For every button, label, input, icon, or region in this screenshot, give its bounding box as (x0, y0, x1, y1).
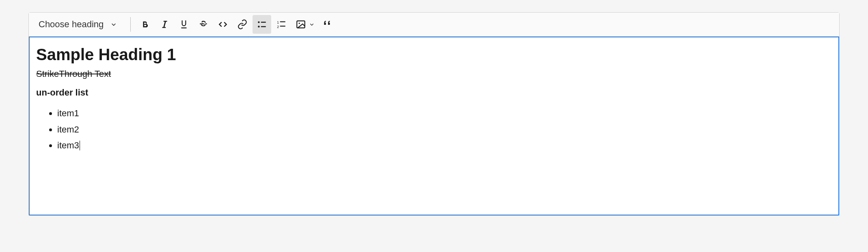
svg-rect-2 (261, 22, 266, 23)
numbered-list-button[interactable]: 1 2 (272, 15, 291, 34)
text-cursor (80, 141, 80, 150)
chevron-down-icon[interactable] (309, 22, 314, 27)
bullet-list-icon (257, 19, 267, 30)
svg-text:1: 1 (277, 20, 279, 24)
numbered-list-icon: 1 2 (276, 19, 287, 30)
heading-selector[interactable]: Choose heading (33, 16, 122, 33)
chevron-down-icon (111, 22, 117, 27)
svg-rect-3 (261, 26, 266, 27)
underline-icon (179, 19, 189, 30)
bold-paragraph: un-order list (36, 87, 832, 98)
italic-icon (159, 19, 170, 30)
svg-point-1 (258, 26, 260, 27)
editor-content-area[interactable]: Sample Heading 1 StrikeThrough Text un-o… (29, 37, 839, 215)
svg-rect-6 (280, 21, 285, 22)
image-icon (296, 19, 306, 30)
strikethrough-paragraph: StrikeThrough Text (36, 69, 832, 79)
list-item: item2 (57, 122, 832, 138)
toolbar-separator (130, 17, 131, 32)
svg-text:2: 2 (277, 25, 279, 29)
strikethrough-icon (198, 19, 209, 30)
code-icon (218, 19, 228, 30)
unordered-list: item1 item2 item3 (36, 105, 832, 154)
rich-text-editor: Choose heading (28, 12, 840, 216)
bullet-list-button[interactable] (253, 15, 271, 34)
italic-button[interactable] (155, 15, 174, 34)
bold-button[interactable] (136, 15, 154, 34)
code-button[interactable] (214, 15, 232, 34)
link-icon (237, 19, 248, 30)
list-item: item3 (57, 137, 832, 154)
heading-selector-label: Choose heading (39, 19, 104, 30)
list-item: item1 (57, 105, 832, 122)
link-button[interactable] (233, 15, 252, 34)
svg-point-0 (258, 21, 260, 23)
svg-point-9 (299, 23, 300, 24)
editor-toolbar: Choose heading (29, 13, 839, 37)
svg-rect-7 (280, 26, 285, 26)
bold-icon (140, 20, 149, 29)
content-heading: Sample Heading 1 (36, 46, 832, 64)
blockquote-button[interactable] (318, 15, 337, 34)
blockquote-icon (322, 19, 333, 30)
image-button[interactable] (291, 15, 310, 34)
image-insert-group (291, 15, 317, 34)
strikethrough-button[interactable] (194, 15, 213, 34)
underline-button[interactable] (175, 15, 193, 34)
